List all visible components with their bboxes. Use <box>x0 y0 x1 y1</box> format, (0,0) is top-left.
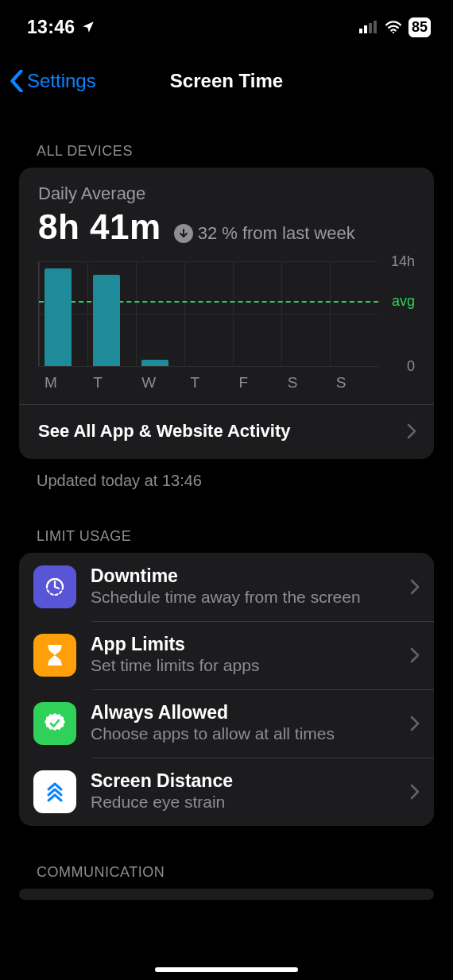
location-icon <box>81 20 95 34</box>
row-always-allowed[interactable]: Always Allowed Choose apps to allow at a… <box>19 689 434 758</box>
row-title: Screen Distance <box>91 770 397 792</box>
bar <box>45 268 72 366</box>
row-subtitle: Schedule time away from the screen <box>91 587 397 608</box>
y-tick-top: 14h <box>391 253 415 270</box>
home-indicator[interactable] <box>155 967 298 972</box>
section-header-all-devices: All Devices <box>0 143 453 168</box>
chevron-right-icon <box>410 716 420 731</box>
battery-percent: 85 <box>412 19 428 36</box>
usage-chart[interactable]: MTWTFSS 14h0avg <box>38 247 415 392</box>
downtime-icon <box>33 565 76 608</box>
communication-list <box>19 889 434 900</box>
cellular-icon <box>359 21 378 33</box>
nav-bar: Settings Screen Time <box>0 57 453 105</box>
chevron-right-icon <box>407 423 416 439</box>
chevrons-up-icon <box>33 770 76 813</box>
trend-text: 32 % from last week <box>198 223 355 244</box>
row-title: Downtime <box>91 565 397 587</box>
back-label: Settings <box>27 70 96 92</box>
x-tick-label: F <box>233 369 281 392</box>
row-app-limits[interactable]: App Limits Set time limits for apps <box>19 621 434 689</box>
checkmark-seal-icon <box>33 702 76 745</box>
status-left: 13:46 <box>27 17 95 38</box>
chevron-right-icon <box>410 579 420 595</box>
daily-average-label: Daily Average <box>38 183 415 204</box>
back-button[interactable]: Settings <box>0 70 96 92</box>
status-right: 85 <box>359 17 431 37</box>
svg-line-9 <box>55 587 59 588</box>
status-bar: 13:46 85 <box>0 0 453 43</box>
hourglass-icon <box>33 634 76 677</box>
avg-label: avg <box>392 293 415 310</box>
svg-rect-0 <box>359 29 362 33</box>
status-time: 13:46 <box>27 17 75 38</box>
svg-rect-11 <box>48 663 62 666</box>
trend-down-icon <box>174 224 193 243</box>
row-screen-distance[interactable]: Screen Distance Reduce eye strain <box>19 758 434 826</box>
x-tick-label: M <box>38 369 87 392</box>
row-subtitle: Reduce eye strain <box>91 792 397 812</box>
svg-point-4 <box>393 32 394 33</box>
svg-rect-1 <box>364 25 367 33</box>
svg-rect-3 <box>374 21 377 33</box>
wifi-icon <box>385 21 402 33</box>
row-subtitle: Set time limits for apps <box>91 655 397 676</box>
chevron-right-icon <box>410 784 420 800</box>
updated-label: Updated today at 13:46 <box>0 459 453 490</box>
svg-rect-10 <box>48 645 62 647</box>
see-all-activity-row[interactable]: See All App & Website Activity <box>19 405 434 459</box>
x-tick-label: T <box>87 369 135 392</box>
svg-rect-2 <box>369 23 372 33</box>
usage-summary-panel: Daily Average 8h 41m 32 % from last week <box>19 168 434 459</box>
row-title: Always Allowed <box>91 702 397 723</box>
chevron-right-icon <box>410 647 420 663</box>
daily-average-value: 8h 41m <box>38 207 161 247</box>
row-subtitle: Choose apps to allow at all times <box>91 723 397 744</box>
x-tick-label: T <box>184 369 232 392</box>
limit-usage-list: Downtime Schedule time away from the scr… <box>19 553 434 826</box>
x-tick-label: S <box>281 369 330 392</box>
bar <box>141 360 168 366</box>
battery-indicator: 85 <box>408 17 431 37</box>
x-tick-label: W <box>135 369 184 392</box>
section-header-limit-usage: Limit Usage <box>0 528 453 553</box>
section-header-communication: Communication <box>0 864 453 889</box>
y-tick-bottom: 0 <box>407 358 415 375</box>
see-all-label: See All App & Website Activity <box>38 421 290 442</box>
bar <box>93 275 120 366</box>
x-tick-label: S <box>330 369 378 392</box>
row-downtime[interactable]: Downtime Schedule time away from the scr… <box>19 553 434 621</box>
row-title: App Limits <box>91 634 397 655</box>
trend-indicator: 32 % from last week <box>174 223 355 244</box>
